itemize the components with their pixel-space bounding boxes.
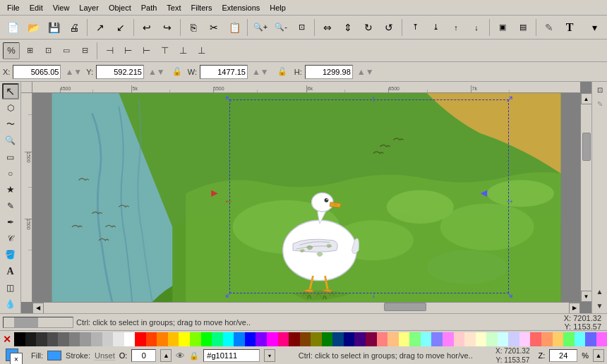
copy-button[interactable]: ⎘ xyxy=(184,18,203,37)
paste-button[interactable]: 📋 xyxy=(224,18,244,37)
palette-swatch[interactable] xyxy=(344,332,355,346)
palette-swatch[interactable] xyxy=(289,332,300,346)
align-vcenter-btn[interactable]: ⊥ xyxy=(174,42,191,59)
tweak-tool[interactable]: 〜 xyxy=(2,116,19,132)
palette-swatch[interactable] xyxy=(530,332,541,346)
redo-button[interactable]: ↪ xyxy=(157,18,177,37)
palette-swatch[interactable] xyxy=(157,332,168,346)
snap-page2[interactable]: ▭ xyxy=(58,42,75,59)
palette-swatch[interactable] xyxy=(498,332,509,346)
palette-swatch[interactable] xyxy=(190,332,201,346)
palette-swatch[interactable] xyxy=(431,332,443,346)
menu-filters[interactable]: Filters xyxy=(187,2,217,13)
palette-swatch[interactable] xyxy=(443,332,454,346)
text-tool-box[interactable]: A xyxy=(2,264,19,279)
snap-rt-btn[interactable]: ✎ xyxy=(594,97,606,110)
palette-swatch[interactable] xyxy=(508,332,519,346)
palette-swatch[interactable] xyxy=(256,332,267,346)
palette-swatch[interactable] xyxy=(201,332,212,346)
palette-swatch[interactable] xyxy=(354,332,366,346)
palette-swatch[interactable] xyxy=(387,332,399,346)
palette-swatch[interactable] xyxy=(245,332,256,346)
circle-tool[interactable]: ○ xyxy=(2,166,19,181)
rt-scroll-down[interactable]: ▼ xyxy=(594,299,606,312)
menu-edit[interactable]: Edit xyxy=(25,2,47,13)
zoom-page-btn[interactable]: ⊡ xyxy=(594,83,606,96)
vscroll-up[interactable]: ▲ xyxy=(581,93,592,104)
w-input[interactable] xyxy=(200,65,248,79)
palette-swatch[interactable] xyxy=(596,332,607,346)
drawing-area[interactable]: ↖ ↑ ↗ ← → ↙ ↓ ↘ xyxy=(32,93,580,302)
group-button[interactable]: ▣ xyxy=(493,18,512,37)
vscroll-thumb[interactable] xyxy=(582,133,591,161)
palette-swatch[interactable] xyxy=(409,332,421,346)
pencil-tool[interactable]: ✎ xyxy=(2,198,19,214)
more-button[interactable]: ▾ xyxy=(584,18,604,37)
no-color-swatch[interactable]: ✕ xyxy=(0,332,14,346)
palette-swatch[interactable] xyxy=(454,332,465,346)
flip-v-button[interactable]: ⇕ xyxy=(338,18,358,37)
palette-swatch[interactable] xyxy=(464,332,476,346)
palette-swatch[interactable] xyxy=(553,332,564,346)
cut-button[interactable]: ✂ xyxy=(204,18,224,37)
id-dropdown[interactable]: ▾ xyxy=(264,349,275,362)
star-tool[interactable]: ★ xyxy=(2,182,19,198)
rect-tool[interactable]: ▭ xyxy=(2,149,19,164)
node-tool[interactable]: ⬡ xyxy=(2,100,19,116)
flip-h-button[interactable]: ⇔ xyxy=(318,18,337,37)
lower-button[interactable]: ⤓ xyxy=(426,18,445,37)
palette-swatch[interactable] xyxy=(36,332,47,346)
lower-one-button[interactable]: ↓ xyxy=(467,18,486,37)
scene[interactable]: ↖ ↑ ↗ ← → ↙ ↓ ↘ xyxy=(32,93,580,302)
h-input[interactable] xyxy=(305,65,353,79)
vertical-scrollbar[interactable]: ▲ ▼ xyxy=(580,93,591,302)
snap-node2[interactable]: ⊡ xyxy=(40,42,56,59)
pen-tool[interactable]: ✒ xyxy=(2,214,19,230)
align-right-btn[interactable]: ⊢ xyxy=(138,42,155,59)
palette-swatch[interactable] xyxy=(135,332,146,346)
zoom-fit-button[interactable]: ⊡ xyxy=(292,18,311,37)
fill-color-box[interactable] xyxy=(47,351,61,360)
palette-swatch[interactable] xyxy=(377,332,388,346)
palette-swatch[interactable] xyxy=(146,332,157,346)
palette-swatch[interactable] xyxy=(80,332,91,346)
palette-swatch[interactable] xyxy=(58,332,69,346)
align-left-btn[interactable]: ⊣ xyxy=(101,42,118,59)
palette-swatch[interactable] xyxy=(25,332,37,346)
dropper-tool[interactable]: 💧 xyxy=(2,296,19,312)
calligraphy-tool[interactable]: 𝒞 xyxy=(2,231,19,246)
palette-swatch[interactable] xyxy=(91,332,102,346)
visibility-icon[interactable]: 👁 xyxy=(176,351,185,361)
status-hscroll[interactable] xyxy=(3,317,73,328)
zoom-out-button[interactable]: 🔍- xyxy=(271,18,291,37)
palette-swatch[interactable] xyxy=(421,332,432,346)
palette-swatch[interactable] xyxy=(14,332,25,346)
palette-swatch[interactable] xyxy=(541,332,553,346)
lock-icon[interactable]: 🔓 xyxy=(172,67,182,76)
rotate-cw-button[interactable]: ↻ xyxy=(359,18,378,37)
zoom-spinner[interactable]: ▲ xyxy=(593,349,604,362)
palette-swatch[interactable] xyxy=(311,332,322,346)
palette-swatch[interactable] xyxy=(585,332,596,346)
paint-tool[interactable]: 🪣 xyxy=(2,247,19,262)
palette-swatch[interactable] xyxy=(179,332,190,346)
ungroup-button[interactable]: ▤ xyxy=(513,18,533,37)
menu-text[interactable]: Text xyxy=(162,2,185,13)
align-bottom-btn[interactable]: ⊥ xyxy=(193,42,210,59)
x-input[interactable] xyxy=(13,65,61,79)
snap-bbox2[interactable]: ⊞ xyxy=(21,42,38,59)
horizontal-scrollbar[interactable]: ◀ ▶ xyxy=(32,302,580,313)
gradient-tool[interactable]: ◫ xyxy=(2,280,19,296)
palette-swatch[interactable] xyxy=(168,332,179,346)
palette-swatch[interactable] xyxy=(332,332,344,346)
lock2-icon[interactable]: 🔓 xyxy=(277,67,287,76)
palette-swatch[interactable] xyxy=(563,332,575,346)
raise-one-button[interactable]: ↑ xyxy=(446,18,466,37)
y-input[interactable] xyxy=(96,65,144,79)
palette-swatch[interactable] xyxy=(234,332,245,346)
palette-swatch[interactable] xyxy=(486,332,498,346)
save-button[interactable]: 💾 xyxy=(44,18,64,37)
menu-layer[interactable]: Layer xyxy=(75,2,103,13)
opacity-input[interactable] xyxy=(131,349,156,362)
palette-swatch[interactable] xyxy=(278,332,289,346)
